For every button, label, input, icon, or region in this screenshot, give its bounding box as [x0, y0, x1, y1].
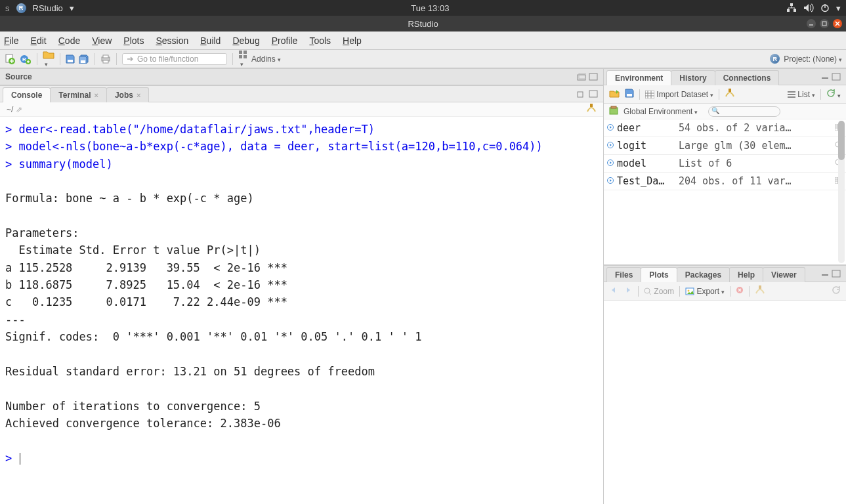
menu-tools[interactable]: Tools [309, 35, 331, 46]
window-maximize-button[interactable] [820, 19, 829, 28]
goto-placeholder: Go to file/function [137, 54, 198, 64]
os-top-bar: s R RStudio ▾ Tue 13:03 ▾ [0, 0, 846, 16]
plot-export-button[interactable]: Export [685, 287, 725, 296]
plot-zoom-label: Zoom [654, 287, 674, 296]
env-item-desc: 54 obs. of 2 varia… [676, 122, 832, 134]
console-clear-icon[interactable] [586, 104, 597, 115]
console-pane-restore-icon[interactable] [577, 90, 586, 98]
tab-viewer[interactable]: Viewer [763, 267, 805, 282]
console-wd-popout-icon[interactable]: ⇗ [16, 105, 22, 114]
grid-icon[interactable] [238, 50, 247, 68]
console-wd[interactable]: ~/ [7, 105, 13, 114]
menu-edit[interactable]: Edit [31, 35, 47, 46]
import-dataset-button[interactable]: Import Dataset [645, 90, 713, 99]
svg-rect-22 [578, 92, 583, 97]
window-minimize-button[interactable] [807, 19, 816, 28]
menu-session[interactable]: Session [156, 35, 188, 46]
env-load-icon[interactable] [609, 89, 620, 100]
env-search-input[interactable] [708, 106, 780, 117]
plot-remove-icon[interactable] [736, 286, 744, 296]
tab-help[interactable]: Help [729, 267, 763, 282]
env-expand-icon[interactable] [604, 159, 617, 168]
volume-icon[interactable] [803, 3, 814, 12]
save-icon[interactable] [66, 54, 75, 64]
app-menu-name[interactable]: RStudio [33, 3, 63, 13]
activities-label[interactable]: s [5, 3, 10, 13]
goto-file-input[interactable]: Go to file/function [122, 53, 227, 65]
env-item-name: logit [617, 140, 676, 152]
env-expand-icon[interactable] [604, 142, 617, 150]
menu-profile[interactable]: Profile [272, 35, 298, 46]
menu-build[interactable]: Build [200, 35, 221, 46]
menu-code[interactable]: Code [58, 35, 80, 46]
clock[interactable]: Tue 13:03 [411, 3, 449, 13]
plot-next-icon[interactable] [624, 286, 633, 296]
env-clear-icon[interactable] [725, 89, 735, 100]
env-expand-icon[interactable] [604, 177, 617, 186]
tab-terminal[interactable]: Terminal× [50, 87, 107, 102]
tab-jobs-close-icon[interactable]: × [137, 91, 140, 99]
env-expand-icon[interactable] [604, 124, 617, 133]
open-file-icon[interactable] [43, 50, 54, 68]
print-icon[interactable] [100, 54, 111, 64]
env-save-icon[interactable] [625, 89, 634, 100]
tab-terminal-close-icon[interactable]: × [94, 91, 98, 99]
svg-rect-24 [590, 104, 593, 107]
console-output[interactable]: > deer<-read.table("/home/dataflair/jaws… [0, 117, 603, 504]
power-icon[interactable] [820, 3, 830, 12]
plot-clear-icon[interactable] [755, 285, 765, 297]
plot-pane-maximize-icon[interactable] [832, 270, 841, 278]
menu-plots[interactable]: Plots [123, 35, 144, 46]
env-pane-minimize-icon[interactable] [821, 73, 829, 81]
env-view-mode[interactable]: List [788, 90, 815, 99]
new-project-icon[interactable]: R [20, 53, 32, 65]
plot-refresh-icon[interactable] [832, 285, 841, 297]
window-close-button[interactable] [833, 19, 842, 28]
import-dataset-label: Import Dataset [656, 90, 708, 99]
network-icon[interactable] [786, 3, 797, 12]
new-file-icon[interactable] [4, 53, 16, 65]
menu-debug[interactable]: Debug [232, 35, 259, 46]
app-menu-dropdown-icon[interactable]: ▾ [70, 3, 74, 13]
env-row-model[interactable]: modelList of 6 [604, 155, 846, 173]
svg-rect-28 [729, 89, 731, 92]
menu-help[interactable]: Help [343, 35, 362, 46]
addins-dropdown[interactable]: Addins [251, 54, 281, 64]
tab-connections[interactable]: Connections [715, 70, 780, 85]
tab-environment[interactable]: Environment [606, 70, 671, 85]
env-row-deer[interactable]: deer54 obs. of 2 varia… [604, 119, 846, 137]
env-row-Test_Da[interactable]: Test_Da…204 obs. of 11 var… [604, 173, 846, 190]
tab-jobs[interactable]: Jobs× [106, 87, 149, 102]
env-scope-dropdown[interactable]: Global Environment [624, 107, 698, 116]
tab-viewer-label: Viewer [771, 270, 796, 280]
plot-zoom-button[interactable]: Zoom [644, 287, 674, 296]
project-menu[interactable]: Project: (None) [784, 54, 842, 64]
plot-pane-minimize-icon[interactable] [821, 270, 829, 278]
tab-console[interactable]: Console [3, 87, 51, 102]
menu-file[interactable]: File [4, 35, 19, 46]
window-title: RStudio [408, 19, 438, 29]
console-pane-maximize-icon[interactable] [589, 90, 598, 98]
goto-arrow-icon [127, 55, 135, 63]
svg-rect-13 [103, 55, 108, 58]
system-dropdown-icon[interactable]: ▾ [836, 3, 841, 13]
environment-toolbar: Import Dataset List [604, 85, 846, 104]
env-refresh-icon[interactable] [826, 89, 841, 100]
source-pane-restore-icon[interactable] [577, 73, 586, 81]
tab-history[interactable]: History [671, 70, 715, 85]
source-pane-maximize-icon[interactable] [589, 73, 598, 81]
svg-rect-4 [822, 22, 826, 26]
env-scrollbar[interactable] [838, 121, 845, 263]
svg-rect-18 [243, 55, 247, 58]
plot-prev-icon[interactable] [609, 286, 618, 296]
svg-rect-10 [68, 60, 73, 62]
tab-packages[interactable]: Packages [677, 267, 730, 282]
env-pane-maximize-icon[interactable] [832, 73, 841, 81]
tab-plots[interactable]: Plots [641, 267, 677, 282]
svg-rect-11 [81, 60, 85, 63]
env-item-name: deer [617, 122, 676, 134]
env-row-logit[interactable]: logitLarge glm (30 elem… [604, 137, 846, 155]
tab-files[interactable]: Files [606, 267, 641, 282]
save-all-icon[interactable] [79, 54, 89, 64]
menu-view[interactable]: View [92, 35, 112, 46]
